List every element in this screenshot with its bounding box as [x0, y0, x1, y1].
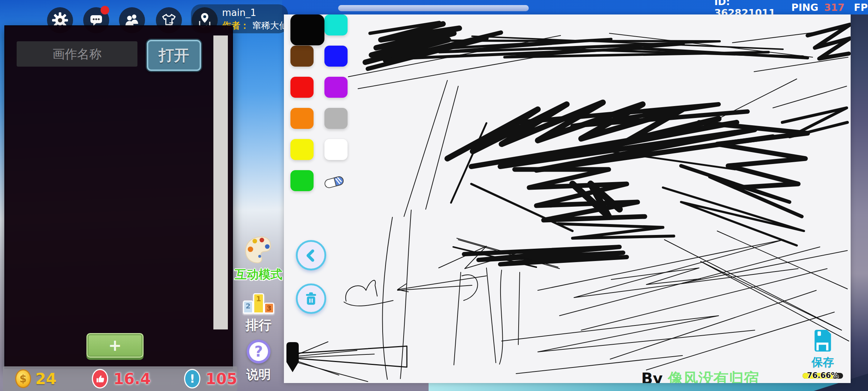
help-icon: ? — [247, 340, 271, 363]
drawing-canvas[interactable]: By像风没有归宿 保存 76.66% — [284, 14, 851, 383]
panel-scrollbar[interactable] — [213, 35, 228, 329]
color-swatch-black[interactable] — [290, 14, 324, 45]
credit-by: By — [641, 370, 663, 383]
ping-value: 317 — [824, 2, 844, 13]
save-button[interactable]: 保存 76.66% — [800, 329, 845, 379]
save-label: 保存 — [800, 355, 845, 370]
save-progress-text: 76.66% — [800, 371, 846, 380]
coins-count: 24 — [35, 370, 56, 388]
undo-chevron-icon — [303, 247, 319, 263]
color-swatch-cyan[interactable] — [324, 14, 348, 35]
color-swatch-blue[interactable] — [324, 46, 348, 67]
likes-count: 16.4 — [113, 370, 151, 388]
add-artwork-button[interactable]: + — [86, 333, 144, 358]
color-swatch-red[interactable] — [290, 77, 314, 98]
notification-badge — [101, 6, 109, 14]
trash-icon — [303, 291, 319, 306]
color-swatch-orange[interactable] — [290, 108, 314, 129]
interactive-mode-button[interactable]: 互动模式 — [231, 235, 286, 283]
ranking-button[interactable]: 2 1 3 排行 — [231, 290, 286, 334]
room-name: main_1 — [222, 7, 256, 18]
podium-third: 3 — [264, 303, 274, 314]
hud-stats: ID: 362821011 PING 317 FPS 30 — [714, 0, 868, 14]
gallery-panel: 打开 + — [4, 25, 233, 369]
palette-icon — [242, 235, 275, 265]
podium-icon: 2 1 3 — [243, 290, 274, 314]
fps-label: FPS — [854, 2, 868, 13]
podium-first: 1 — [253, 293, 264, 314]
artwork-name-input[interactable] — [17, 41, 137, 67]
app-screen: ID: 362821011 PING 317 FPS 30 main_1 作者：… — [0, 0, 868, 391]
thumbs-up-icon — [95, 373, 106, 384]
help-label: 说明 — [231, 366, 286, 383]
timer-bar — [338, 5, 529, 11]
credit-author: 像风没有归宿 — [668, 370, 759, 383]
save-floppy-icon — [812, 329, 833, 353]
coin-icon: $ — [15, 369, 31, 388]
like-icon — [92, 369, 108, 388]
color-swatch-brown[interactable] — [290, 46, 314, 67]
interactive-mode-label: 互动模式 — [231, 266, 286, 283]
eraser-tool[interactable] — [324, 170, 348, 191]
brush-cursor — [286, 342, 299, 372]
eraser-icon — [324, 172, 348, 189]
help-button[interactable]: ? 说明 — [231, 340, 286, 383]
open-button[interactable]: 打开 — [147, 40, 201, 71]
color-swatch-purple[interactable] — [324, 77, 348, 98]
stats-bar: $ 24 16.4 ! 105 — [3, 366, 237, 391]
color-swatch-white[interactable] — [324, 139, 348, 160]
alert-icon: ! — [184, 369, 200, 388]
undo-button[interactable] — [296, 240, 326, 270]
ping-label: PING — [791, 2, 818, 13]
podium-second: 2 — [243, 300, 253, 314]
color-swatch-green[interactable] — [290, 170, 314, 191]
color-palette — [290, 14, 348, 191]
ranking-label: 排行 — [231, 316, 286, 334]
save-progress-bar: 76.66% — [803, 373, 843, 379]
color-swatch-gray[interactable] — [324, 108, 348, 129]
color-swatch-yellow[interactable] — [290, 139, 314, 160]
drawing-svg — [284, 14, 851, 383]
author-name: 窜稀大仙 — [252, 20, 288, 31]
clear-canvas-button[interactable] — [296, 283, 326, 314]
wallpaper-right-band — [851, 0, 868, 391]
wallpaper-teal-strip — [429, 383, 843, 391]
credit-line: By像风没有归宿 — [641, 369, 759, 383]
